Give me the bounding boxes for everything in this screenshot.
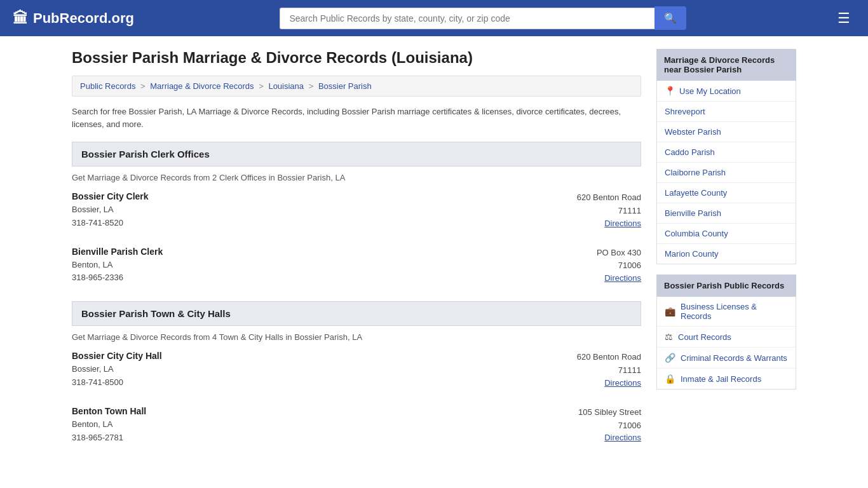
city-halls-description: Get Marriage & Divorce Records from 4 To…	[72, 332, 641, 342]
record-street: PO Box 430	[514, 247, 641, 260]
breadcrumb: Public Records > Marriage & Divorce Reco…	[72, 76, 641, 97]
site-logo[interactable]: 🏛 PubRecord.org	[13, 10, 134, 27]
shreveport-label: Shreveport	[665, 107, 705, 116]
site-header: 🏛 PubRecord.org 🔍 ☰	[0, 0, 868, 36]
court-records-label: Court Records	[678, 332, 731, 342]
inmate-jail-label: Inmate & Jail Records	[681, 374, 761, 384]
record-phone: 318-965-2336	[72, 271, 514, 285]
webster-parish-label: Webster Parish	[665, 127, 721, 137]
directions-link-bossier-city-clerk[interactable]: Directions	[604, 219, 641, 228]
location-icon: 📍	[665, 86, 675, 96]
clerk-offices-header: Bossier Parish Clerk Offices	[72, 142, 641, 166]
search-bar: 🔍	[280, 6, 686, 30]
directions-link-bienville-parish-clerk[interactable]: Directions	[604, 273, 641, 283]
record-right: 105 Sibley Street 71006 Directions	[514, 406, 641, 445]
columbia-county-label: Columbia County	[665, 229, 728, 238]
breadcrumb-public-records[interactable]: Public Records	[80, 81, 135, 91]
criminal-records-label: Criminal Records & Warrants	[681, 353, 787, 363]
record-right: 620 Benton Road 71111 Directions	[514, 191, 641, 230]
business-licenses-label: Business Licenses & Records	[681, 302, 788, 321]
breadcrumb-sep1: >	[140, 81, 147, 91]
record-phone: 318-741-8520	[72, 217, 514, 230]
directions-link-benton-town-hall[interactable]: Directions	[604, 433, 641, 442]
sidebar-item-court-records[interactable]: ⚖ Court Records	[657, 327, 796, 348]
record-address: Bossier, LA	[72, 203, 514, 217]
record-entry-benton-town-hall: Benton Town Hall Benton, LA 318-965-2781…	[72, 406, 641, 447]
record-right: 620 Benton Road 71111 Directions	[514, 351, 641, 390]
city-halls-header: Bossier Parish Town & City Halls	[72, 301, 641, 326]
directions-link-bossier-city-hall[interactable]: Directions	[604, 378, 641, 388]
clerk-offices-description: Get Marriage & Divorce Records from 2 Cl…	[72, 173, 641, 182]
content-area: Bossier Parish Marriage & Divorce Record…	[72, 49, 641, 461]
record-left: Benton Town Hall Benton, LA 318-965-2781	[72, 406, 514, 445]
record-phone: 318-965-2781	[72, 431, 514, 445]
nearby-list: 📍 Use My Location Shreveport Webster Par…	[656, 81, 796, 264]
record-zip: 71006	[514, 259, 641, 273]
record-entry-bossier-city-clerk: Bossier City Clerk Bossier, LA 318-741-8…	[72, 191, 641, 233]
record-street: 620 Benton Road	[514, 351, 641, 364]
bienville-parish-label: Bienville Parish	[665, 208, 721, 218]
record-zip: 71006	[514, 419, 641, 433]
sidebar-item-use-my-location[interactable]: 📍 Use My Location	[657, 81, 796, 102]
claiborne-parish-label: Claiborne Parish	[665, 168, 726, 177]
sidebar-item-lafayette-county[interactable]: Lafayette County	[657, 183, 796, 203]
record-left: Bienville Parish Clerk Benton, LA 318-96…	[72, 247, 514, 285]
page-title: Bossier Parish Marriage & Divorce Record…	[72, 49, 641, 67]
record-zip: 71111	[514, 205, 641, 218]
briefcase-icon: 💼	[665, 306, 675, 316]
record-left: Bossier City Clerk Bossier, LA 318-741-8…	[72, 191, 514, 230]
lafayette-county-label: Lafayette County	[665, 188, 727, 198]
record-zip: 71111	[514, 364, 641, 377]
sidebar-item-columbia-county[interactable]: Columbia County	[657, 224, 796, 244]
record-right: PO Box 430 71006 Directions	[514, 247, 641, 285]
lock-icon: 🔒	[665, 374, 675, 384]
record-name: Benton Town Hall	[72, 406, 514, 416]
logo-text: PubRecord.org	[33, 10, 134, 27]
menu-button[interactable]: ☰	[832, 8, 855, 29]
breadcrumb-marriage-divorce[interactable]: Marriage & Divorce Records	[150, 81, 254, 91]
sidebar-item-webster-parish[interactable]: Webster Parish	[657, 122, 796, 142]
record-name: Bossier City City Hall	[72, 351, 514, 361]
use-my-location-label: Use My Location	[679, 86, 741, 96]
search-input[interactable]	[280, 8, 654, 29]
public-records-section-title: Bossier Parish Public Records	[656, 274, 796, 297]
record-address: Bossier, LA	[72, 363, 514, 376]
search-button[interactable]: 🔍	[654, 6, 686, 30]
breadcrumb-sep3: >	[309, 81, 316, 91]
sidebar-item-criminal-records[interactable]: 🔗 Criminal Records & Warrants	[657, 348, 796, 369]
record-entry-bossier-city-hall: Bossier City City Hall Bossier, LA 318-7…	[72, 351, 641, 392]
sidebar-item-caddo-parish[interactable]: Caddo Parish	[657, 142, 796, 163]
main-container: Bossier Parish Marriage & Divorce Record…	[59, 36, 809, 473]
sidebar-item-inmate-jail[interactable]: 🔒 Inmate & Jail Records	[657, 369, 796, 389]
marion-county-label: Marion County	[665, 249, 719, 259]
record-phone: 318-741-8500	[72, 376, 514, 390]
sidebar-item-bienville-parish[interactable]: Bienville Parish	[657, 203, 796, 224]
breadcrumb-louisiana[interactable]: Louisiana	[268, 81, 304, 91]
sidebar-item-business-licenses[interactable]: 💼 Business Licenses & Records	[657, 297, 796, 327]
breadcrumb-sep2: >	[259, 81, 266, 91]
record-street: 620 Benton Road	[514, 191, 641, 205]
sidebar: Marriage & Divorce Records near Bossier …	[656, 49, 796, 461]
record-entry-bienville-parish-clerk: Bienville Parish Clerk Benton, LA 318-96…	[72, 247, 641, 288]
record-address: Benton, LA	[72, 259, 514, 272]
nearby-section-title: Marriage & Divorce Records near Bossier …	[656, 49, 796, 81]
record-name: Bossier City Clerk	[72, 191, 514, 201]
caddo-parish-label: Caddo Parish	[665, 147, 715, 157]
record-address: Benton, LA	[72, 418, 514, 431]
sidebar-item-shreveport[interactable]: Shreveport	[657, 102, 796, 122]
page-description: Search for free Bossier Parish, LA Marri…	[72, 105, 641, 130]
record-left: Bossier City City Hall Bossier, LA 318-7…	[72, 351, 514, 390]
logo-icon: 🏛	[13, 10, 28, 27]
record-street: 105 Sibley Street	[514, 406, 641, 419]
record-name: Bienville Parish Clerk	[72, 247, 514, 257]
sidebar-item-claiborne-parish[interactable]: Claiborne Parish	[657, 163, 796, 183]
scales-icon: ⚖	[665, 332, 673, 342]
link-icon: 🔗	[665, 353, 675, 363]
public-records-list: 💼 Business Licenses & Records ⚖ Court Re…	[656, 297, 796, 390]
sidebar-item-marion-county[interactable]: Marion County	[657, 244, 796, 264]
breadcrumb-bossier-parish[interactable]: Bossier Parish	[318, 81, 372, 91]
